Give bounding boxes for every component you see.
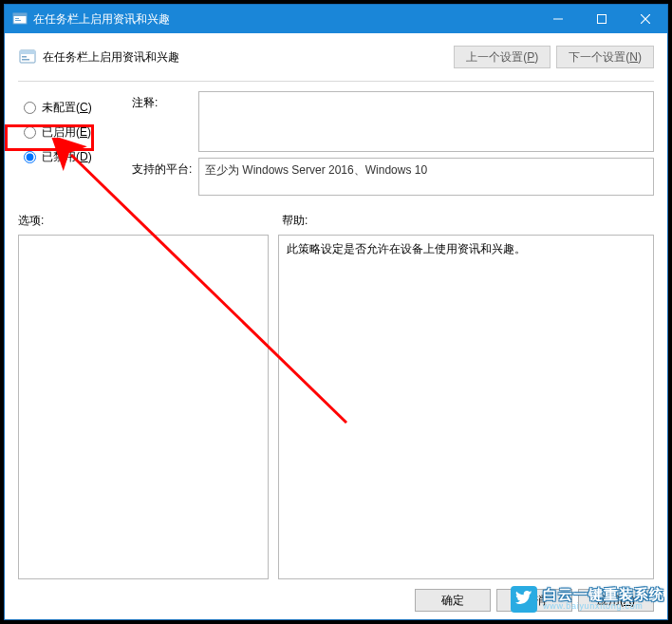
svg-rect-10 (22, 56, 27, 58)
svg-rect-3 (15, 20, 21, 21)
prev-setting-button[interactable]: 上一个设置(P) (454, 46, 551, 68)
policy-icon (18, 47, 37, 66)
state-radios: 未配置(C) 已启用(E) 已禁用(D) (18, 91, 122, 201)
radio-enabled[interactable]: 已启用(E) (18, 120, 122, 144)
radio-disabled-input[interactable] (24, 151, 36, 163)
app-icon (12, 11, 28, 27)
help-text: 此策略设定是否允许在设备上使用资讯和兴趣。 (287, 242, 526, 255)
svg-rect-11 (22, 59, 29, 61)
fields-column: 注释: 支持的平台: 至少为 Windows Server 2016、Windo… (132, 91, 654, 201)
platform-label: 支持的平台: (132, 158, 198, 196)
radio-disabled[interactable]: 已禁用(D) (18, 144, 122, 169)
content-area: 在任务栏上启用资讯和兴趣 上一个设置(P) 下一个设置(N) 未配置(C) 已启… (5, 33, 667, 619)
window-title: 在任务栏上启用资讯和兴趣 (33, 11, 536, 28)
options-panel[interactable] (18, 235, 269, 579)
window-controls (536, 5, 667, 33)
help-panel[interactable]: 此策略设定是否允许在设备上使用资讯和兴趣。 (278, 235, 654, 579)
radio-not-configured[interactable]: 未配置(C) (18, 95, 122, 120)
lower-section: 此策略设定是否允许在设备上使用资讯和兴趣。 (18, 235, 654, 579)
platform-textarea: 至少为 Windows Server 2016、Windows 10 (198, 158, 654, 196)
radio-not-configured-input[interactable] (24, 102, 36, 114)
platform-row: 支持的平台: 至少为 Windows Server 2016、Windows 1… (132, 158, 654, 196)
separator (18, 81, 654, 82)
ok-button[interactable]: 确定 (415, 589, 491, 612)
svg-rect-2 (15, 18, 19, 19)
apply-button[interactable]: 应用(A) (578, 589, 654, 612)
footer-buttons: 确定 取消 应用(A) (18, 579, 654, 612)
comment-textarea[interactable] (198, 91, 654, 152)
comment-row: 注释: (132, 91, 654, 152)
mid-labels: 选项: 帮助: (18, 213, 654, 229)
upper-section: 未配置(C) 已启用(E) 已禁用(D) 注释: 支持的平台: (18, 91, 654, 201)
close-button[interactable] (624, 5, 667, 33)
svg-rect-5 (598, 15, 607, 24)
maximize-button[interactable] (580, 5, 624, 33)
titlebar[interactable]: 在任务栏上启用资讯和兴趣 (5, 5, 667, 33)
policy-editor-window: 在任务栏上启用资讯和兴趣 在任务栏上启用资讯和兴趣 (4, 4, 668, 620)
policy-title: 在任务栏上启用资讯和兴趣 (43, 49, 448, 66)
comment-label: 注释: (132, 91, 198, 152)
next-setting-button[interactable]: 下一个设置(N) (556, 46, 654, 68)
svg-rect-1 (13, 13, 27, 16)
radio-enabled-input[interactable] (24, 126, 36, 139)
minimize-button[interactable] (536, 5, 580, 33)
cancel-button[interactable]: 取消 (496, 589, 572, 612)
svg-rect-9 (20, 50, 35, 54)
help-label: 帮助: (282, 213, 308, 229)
header-row: 在任务栏上启用资讯和兴趣 上一个设置(P) 下一个设置(N) (18, 43, 654, 71)
options-label: 选项: (18, 213, 282, 229)
